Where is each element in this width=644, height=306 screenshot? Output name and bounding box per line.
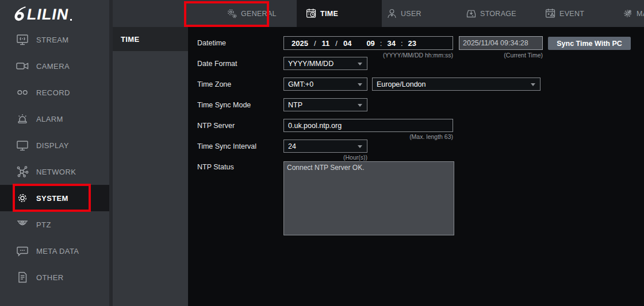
- ntp-server-label: NTP Server: [197, 121, 235, 130]
- time-sync-mode-select[interactable]: NTP: [283, 98, 367, 111]
- time-calendar-clock-icon: [305, 7, 317, 20]
- document-icon: [16, 270, 29, 284]
- date-separator: /: [335, 39, 338, 48]
- ntp-status-box: Connect NTP Server OK.: [283, 161, 454, 235]
- time-zone-region-value: Europe/London: [377, 80, 426, 88]
- tab-general[interactable]: GENERAL: [222, 0, 296, 27]
- ntp-status-label: NTP Status: [197, 162, 234, 172]
- sidebar-item-label: OTHER: [36, 273, 64, 282]
- brand-logo: LILIN: [13, 5, 72, 24]
- sidebar-item-camera[interactable]: CAMERA: [0, 53, 109, 79]
- sidebar-item-label: STREAM: [36, 36, 69, 44]
- sidebar-item-alarm[interactable]: ALARM: [0, 106, 109, 132]
- sidebar-item-label: DISPLAY: [36, 141, 69, 150]
- subsidebar-item-time[interactable]: TIME: [113, 27, 188, 51]
- metadata-bubble-icon: [16, 244, 29, 258]
- datetime-hour[interactable]: 09: [366, 39, 374, 48]
- alarm-icon: [16, 112, 29, 126]
- time-separator: :: [401, 39, 403, 48]
- datetime-day[interactable]: 04: [343, 39, 351, 48]
- sidebar-item-label: SYSTEM: [36, 194, 68, 203]
- sidebar-item-other[interactable]: OTHER: [0, 264, 109, 290]
- subsidebar-item-label: TIME: [121, 35, 140, 44]
- user-icon: [386, 7, 398, 20]
- sidebar: LILIN STREAM CAMERA RECORD ALARM D: [0, 0, 109, 306]
- ptz-dome-icon: [16, 218, 29, 231]
- chevron-down-icon: [358, 83, 362, 86]
- current-time-field: 2025/11/04 09:34:28: [459, 36, 543, 50]
- tab-storage[interactable]: STORAGE: [461, 0, 539, 27]
- sub-sidebar: TIME: [113, 27, 188, 306]
- time-separator: :: [380, 39, 382, 48]
- current-time-label: (Current Time): [459, 52, 543, 59]
- date-format-value: YYYY/MM/DD: [288, 60, 334, 68]
- chevron-down-icon: [531, 83, 535, 86]
- chevron-down-icon: [358, 63, 362, 65]
- date-format-label: Date Format: [197, 59, 237, 68]
- time-zone-gmt-value: GMT:+0: [288, 80, 313, 88]
- datetime-second[interactable]: 23: [408, 39, 416, 48]
- chevron-down-icon: [358, 145, 362, 148]
- datetime-minute[interactable]: 34: [387, 39, 395, 48]
- sidebar-item-label: NETWORK: [36, 168, 76, 176]
- sidebar-item-stream[interactable]: STREAM: [0, 26, 109, 53]
- datetime-month[interactable]: 11: [322, 39, 330, 48]
- tab-label: STORAGE: [480, 10, 516, 18]
- sidebar-item-label: ALARM: [36, 115, 63, 123]
- tab-label: USER: [401, 10, 421, 18]
- logo-dot: [70, 19, 72, 21]
- time-settings-panel: Datetime Date Format Time Zone Time Sync…: [188, 27, 644, 306]
- sidebar-item-record[interactable]: RECORD: [0, 79, 109, 106]
- date-separator: /: [314, 39, 316, 48]
- ntp-server-input[interactable]: 0.uk.pool.ntp.org: [283, 119, 453, 132]
- tab-label: EVENT: [559, 10, 584, 18]
- stream-icon: [16, 33, 29, 47]
- tab-time[interactable]: TIME: [297, 0, 382, 27]
- current-time-value: 2025/11/04 09:34:28: [463, 39, 528, 47]
- general-gears-icon: [226, 7, 238, 20]
- app-window: LILIN STREAM CAMERA RECORD ALARM D: [0, 0, 644, 306]
- date-format-select[interactable]: YYYY/MM/DD: [283, 57, 367, 70]
- network-icon: [16, 165, 29, 179]
- time-sync-mode-value: NTP: [288, 101, 302, 109]
- sidebar-nav: STREAM CAMERA RECORD ALARM DISPLAY NETWO…: [0, 26, 109, 290]
- datetime-year[interactable]: 2025: [292, 39, 308, 48]
- storage-icon: [465, 7, 477, 20]
- top-tab-bar: GENERAL TIME USER STORAGE EVENT MAINTENA…: [113, 0, 644, 27]
- time-sync-interval-label: Time Sync Interval: [197, 142, 256, 151]
- tab-maintenance[interactable]: MAINTENANCE: [618, 0, 644, 27]
- tab-event[interactable]: EVENT: [540, 0, 616, 27]
- datetime-input[interactable]: 2025 / 11 / 04 09 : 34 : 23: [283, 36, 453, 50]
- chevron-down-icon: [358, 104, 362, 107]
- maintenance-gear-wrench-icon: [622, 7, 634, 20]
- sidebar-item-display[interactable]: DISPLAY: [0, 132, 109, 158]
- tab-label: MAINTENANCE: [637, 10, 644, 18]
- ntp-server-value: 0.uk.pool.ntp.org: [288, 122, 342, 130]
- time-sync-mode-label: Time Sync Mode: [197, 100, 251, 110]
- time-zone-region-select[interactable]: Europe/London: [372, 78, 540, 91]
- time-sync-interval-select[interactable]: 24: [283, 140, 367, 153]
- sidebar-item-system[interactable]: SYSTEM: [0, 185, 109, 211]
- time-zone-gmt-select[interactable]: GMT:+0: [283, 78, 367, 91]
- time-zone-label: Time Zone: [197, 80, 231, 89]
- sidebar-item-label: PTZ: [36, 220, 51, 229]
- camera-icon: [16, 59, 29, 73]
- gear-icon: [16, 191, 29, 205]
- sidebar-item-label: CAMERA: [36, 62, 70, 71]
- event-alert-icon: [545, 7, 557, 20]
- sidebar-item-meta-data[interactable]: META DATA: [0, 238, 109, 264]
- lilin-mark-icon: [12, 6, 28, 22]
- ntp-status-value: Connect NTP Server OK.: [287, 164, 365, 172]
- sidebar-item-ptz[interactable]: PTZ: [0, 211, 109, 238]
- display-icon: [16, 138, 29, 152]
- record-icon: [16, 86, 29, 99]
- sidebar-item-label: RECORD: [36, 88, 70, 97]
- sidebar-item-network[interactable]: NETWORK: [0, 158, 109, 185]
- tab-label: TIME: [320, 10, 338, 18]
- sidebar-item-label: META DATA: [36, 247, 79, 255]
- time-sync-interval-value: 24: [288, 142, 296, 150]
- tab-user[interactable]: USER: [382, 0, 460, 27]
- brand-logo-text: LILIN: [26, 6, 70, 22]
- sync-time-with-pc-button[interactable]: Sync Time With PC: [548, 37, 631, 50]
- datetime-label: Datetime: [197, 38, 226, 48]
